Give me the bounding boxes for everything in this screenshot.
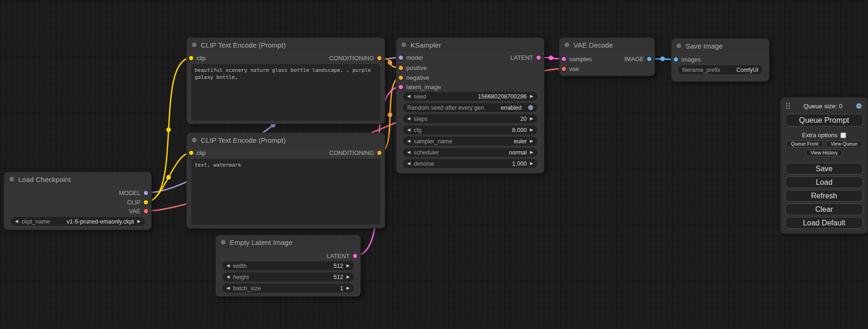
increment-icon[interactable]: ▶ [530,150,533,154]
clip-port-dot[interactable] [189,151,193,155]
latent-port-dot[interactable] [399,85,403,89]
decrement-icon[interactable]: ◀ [226,286,230,290]
increment-icon[interactable]: ▶ [530,139,533,143]
port-label: clip [197,55,206,62]
decrement-icon[interactable]: ◀ [407,161,410,166]
node-header[interactable]: Load Checkpoint [4,172,151,186]
queue-front-button[interactable]: Queue Front [786,140,823,147]
widget-value: 512 [333,274,343,280]
load-default-button[interactable]: Load Default [785,217,863,229]
graph-canvas[interactable]: Load Checkpoint MODEL CLIP VAE ◀ ckpt_na… [0,0,868,329]
cfg-widget[interactable]: ◀ cfg 8.000 ▶ [403,126,537,134]
clip-port-dot[interactable] [144,200,148,204]
collapse-dot-icon[interactable] [221,240,226,245]
node-ksampler[interactable]: KSampler model positive negative latent_… [396,38,544,173]
view-queue-button[interactable]: View Queue [826,140,862,147]
ckpt-name-widget[interactable]: ◀ ckpt_name v1-5-pruned-emaonly.ckpt ▶ [11,217,145,226]
random-seed-widget[interactable]: Random seed after every gen enabled [403,103,537,112]
increment-icon[interactable]: ▶ [530,94,533,98]
save-button[interactable]: Save [785,163,863,175]
steps-widget[interactable]: ◀ steps 20 ▶ [403,114,537,123]
refresh-button[interactable]: Refresh [785,190,863,202]
increment-icon[interactable]: ▶ [346,286,350,290]
increment-icon[interactable]: ▶ [137,219,141,224]
latent-port-dot[interactable] [536,56,541,60]
node-header[interactable]: CLIP Text Encode (Prompt) [187,38,385,52]
conditioning-port-dot[interactable] [399,66,403,70]
node-clip-text-encode-negative[interactable]: CLIP Text Encode (Prompt) clip CONDITION… [187,133,385,228]
decrement-icon[interactable]: ◀ [407,117,410,121]
decrement-icon[interactable]: ◀ [407,150,410,154]
increment-icon[interactable]: ▶ [530,117,533,121]
batch-size-widget[interactable]: ◀ batch_size 1 ▶ [222,284,354,293]
increment-icon[interactable]: ▶ [346,275,350,279]
conditioning-port-dot[interactable] [377,151,381,155]
height-widget[interactable]: ◀ height 512 ▶ [222,273,354,281]
collapse-dot-icon[interactable] [9,177,14,182]
decrement-icon[interactable]: ◀ [226,275,230,279]
decrement-icon[interactable]: ◀ [226,264,230,268]
view-history-button[interactable]: View History [806,149,842,156]
toggle-dot-icon[interactable] [528,105,533,110]
node-header[interactable]: Save Image [671,39,769,53]
prompt-textarea[interactable]: text, watermark [191,159,380,224]
wire-midpoint-dot [166,127,171,132]
collapse-dot-icon[interactable] [192,138,197,142]
node-clip-text-encode-positive[interactable]: CLIP Text Encode (Prompt) clip CONDITION… [187,38,385,124]
denoise-widget[interactable]: ◀ denoise 1.000 ▶ [403,159,537,168]
vae-port-dot[interactable] [562,67,566,71]
seed-widget[interactable]: ◀ seed 156680208700286 ▶ [403,92,537,101]
node-header[interactable]: KSampler [396,38,544,52]
decrement-icon[interactable]: ◀ [407,139,410,143]
port-label: vae [569,65,579,72]
node-vae-decode[interactable]: VAE Decode samples vae IMAGE [559,38,655,76]
node-empty-latent-image[interactable]: Empty Latent Image LATENT ◀ width 512 ▶ … [216,235,360,296]
settings-gear-icon[interactable] [855,102,863,110]
collapse-dot-icon[interactable] [565,42,569,47]
node-header[interactable]: Empty Latent Image [216,235,360,249]
decrement-icon[interactable]: ◀ [407,128,410,132]
increment-icon[interactable]: ▶ [346,264,350,268]
widget-label: filename_prefix [682,67,720,73]
increment-icon[interactable]: ▶ [530,161,533,166]
node-load-checkpoint[interactable]: Load Checkpoint MODEL CLIP VAE ◀ ckpt_na… [4,172,151,230]
queue-size-label: Queue size: 0 [790,103,855,110]
extra-options-checkbox[interactable] [840,133,846,138]
clip-port-dot[interactable] [189,56,193,60]
decrement-icon[interactable]: ◀ [15,219,18,224]
conditioning-port-dot[interactable] [399,76,403,80]
model-port-dot[interactable] [399,56,403,60]
decrement-icon[interactable]: ◀ [407,94,410,98]
conditioning-port-dot[interactable] [377,56,381,60]
latent-port-dot[interactable] [562,57,566,61]
clear-button[interactable]: Clear [785,203,863,215]
drag-handle-icon[interactable] [785,102,790,110]
sampler-name-widget[interactable]: ◀ sampler_name euler ▶ [403,137,537,146]
increment-icon[interactable]: ▶ [530,128,533,132]
filename-prefix-widget[interactable]: filename_prefix ComfyUI [678,65,762,74]
collapse-dot-icon[interactable] [192,42,197,47]
port-label: IMAGE [624,56,644,63]
latent-port-dot[interactable] [353,254,357,258]
node-header[interactable]: CLIP Text Encode (Prompt) [187,133,385,147]
image-port-dot[interactable] [647,57,651,61]
node-header[interactable]: VAE Decode [559,38,655,52]
port-label: LATENT [510,54,533,61]
collapse-dot-icon[interactable] [402,42,406,47]
extra-options-label: Extra options [802,132,838,139]
node-title: VAE Decode [573,41,613,49]
widget-value: ComfyUI [736,67,758,73]
prompt-textarea[interactable]: beautiful scenery nature glass bottle la… [191,64,380,120]
image-port-dot[interactable] [674,57,678,62]
width-widget[interactable]: ◀ width 512 ▶ [222,261,354,270]
scheduler-widget[interactable]: ◀ scheduler normal ▶ [403,148,537,157]
collapse-dot-icon[interactable] [677,43,681,48]
model-port-dot[interactable] [144,191,148,195]
load-button[interactable]: Load [785,176,863,188]
queue-prompt-button[interactable]: Queue Prompt [785,114,863,126]
port-output-latent: LATENT [327,252,357,260]
node-save-image[interactable]: Save Image images filename_prefix ComfyU… [671,39,769,81]
node-title: CLIP Text Encode (Prompt) [201,41,286,49]
vae-port-dot[interactable] [144,209,148,213]
widget-value: 20 [520,116,527,122]
